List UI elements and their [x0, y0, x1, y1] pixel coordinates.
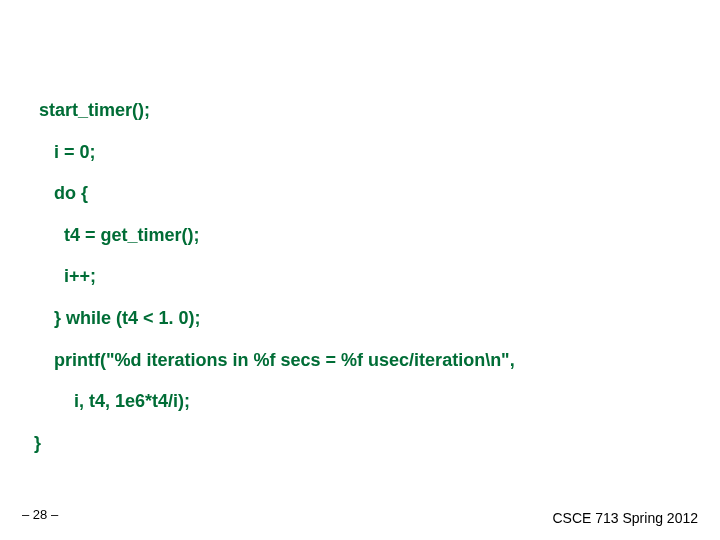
- code-line-7: printf("%d iterations in %f secs = %f us…: [34, 350, 686, 372]
- slide-number: – 28 –: [22, 507, 58, 522]
- code-line-3: do {: [34, 183, 686, 205]
- course-label: CSCE 713 Spring 2012: [552, 510, 698, 526]
- code-line-9: }: [34, 433, 686, 455]
- code-line-2: i = 0;: [34, 142, 686, 164]
- code-block: start_timer(); i = 0; do { t4 = get_time…: [34, 100, 686, 474]
- code-line-4: t4 = get_timer();: [34, 225, 686, 247]
- code-line-5: i++;: [34, 266, 686, 288]
- code-line-6: } while (t4 < 1. 0);: [34, 308, 686, 330]
- code-line-8: i, t4, 1e6*t4/i);: [34, 391, 686, 413]
- code-line-1: start_timer();: [34, 100, 686, 122]
